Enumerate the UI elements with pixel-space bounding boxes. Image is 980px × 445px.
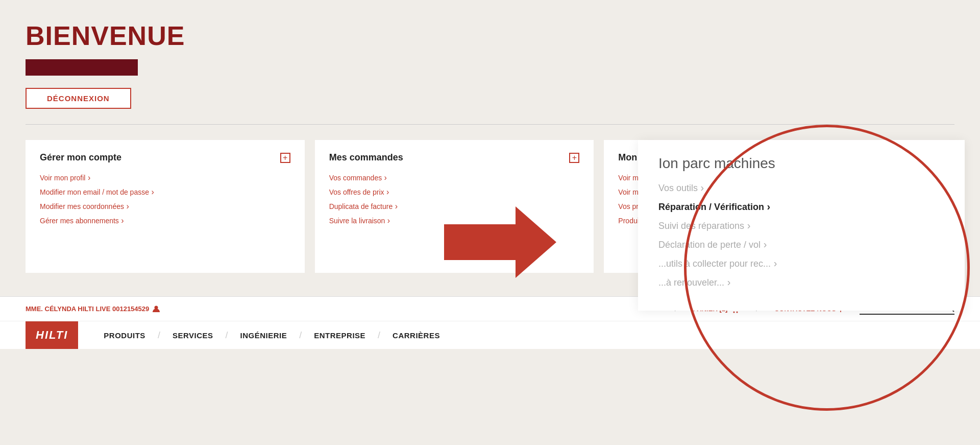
nav-carrieres[interactable]: CARRIÈRES	[382, 322, 450, 349]
list-item: Vos commandes	[329, 173, 580, 182]
right-panel-parc-machines: Ion parc machines Vos outils Réparation …	[638, 140, 965, 311]
link-declaration-perte-vol[interactable]: Déclaration de perte / vol	[658, 240, 767, 250]
nav-ingenierie[interactable]: INGÉNIERIE	[230, 322, 298, 349]
list-item: ...utils à collecter pour rec...	[658, 257, 944, 269]
card-commandes-expand-icon[interactable]	[569, 153, 579, 163]
card-commandes: Mes commandes Vos commandes Vos offres d…	[315, 140, 594, 273]
nav-divider-3: /	[297, 330, 304, 341]
list-item: Gérer mes abonnements	[40, 216, 290, 225]
user-info: MME. CÉLYNDA HILTI LIVE 0012154529	[26, 305, 160, 313]
card-commandes-links: Vos commandes Vos offres de prix Duplica…	[329, 173, 580, 225]
list-item: Modifier mes coordonnées	[40, 202, 290, 211]
right-panel-title: Ion parc machines	[658, 155, 944, 172]
nav-services[interactable]: SERVICES	[162, 322, 224, 349]
section-divider	[26, 124, 954, 125]
list-item: Suivre la livraison	[329, 216, 580, 225]
card-commandes-title: Mes commandes	[329, 152, 403, 163]
link-suivre-livraison[interactable]: Suivre la livraison	[329, 217, 390, 225]
link-vos-commandes[interactable]: Vos commandes	[329, 174, 387, 182]
user-label: MME. CÉLYNDA HILTI LIVE 0012154529	[26, 305, 149, 313]
main-content: BIENVENUE DÉCONNEXION Gérer mon compte V…	[0, 0, 980, 296]
svg-point-2	[733, 311, 735, 313]
list-item: ...à renouveler...	[658, 276, 944, 288]
user-icon	[152, 305, 160, 313]
nav-divider-2: /	[223, 330, 230, 341]
card-compte-expand-icon[interactable]	[280, 153, 290, 163]
list-item: Modifier mon email / mot de passe	[40, 188, 290, 197]
logout-button[interactable]: DÉCONNEXION	[26, 88, 131, 109]
list-item: Duplicata de facture	[329, 202, 580, 211]
link-modifier-coordonnees[interactable]: Modifier mes coordonnées	[40, 202, 129, 210]
list-item: Vos offres de prix	[329, 188, 580, 197]
link-gerer-abonnements[interactable]: Gérer mes abonnements	[40, 217, 124, 225]
link-outils-collecter[interactable]: ...utils à collecter pour rec...	[658, 259, 777, 269]
link-offres-prix[interactable]: Vos offres de prix	[329, 188, 389, 196]
link-reparation-verification[interactable]: Réparation / Vérification	[658, 202, 770, 212]
list-item: Vos outils	[658, 182, 944, 194]
card-commandes-header: Mes commandes	[329, 152, 580, 163]
main-navbar: HILTI PRODUITS / SERVICES / INGÉNIERIE /…	[0, 321, 980, 349]
cards-container: Gérer mon compte Voir mon profil Modifie…	[26, 140, 954, 273]
link-renouveler[interactable]: ...à renouveler...	[658, 277, 730, 288]
list-item: Suivi des réparations	[658, 220, 944, 231]
link-vos-outils[interactable]: Vos outils	[658, 183, 704, 193]
nav-divider-4: /	[376, 330, 382, 341]
list-item: Réparation / Vérification	[658, 201, 944, 213]
link-voir-profil[interactable]: Voir mon profil	[40, 174, 90, 182]
list-item: Voir mon profil	[40, 173, 290, 182]
list-item: Déclaration de perte / vol	[658, 239, 944, 250]
hilti-logo: HILTI	[26, 321, 78, 349]
nav-entreprise[interactable]: ENTREPRISE	[304, 322, 376, 349]
user-bar	[26, 59, 138, 76]
nav-produits[interactable]: PRODUITS	[93, 322, 156, 349]
card-compte-title: Gérer mon compte	[40, 152, 121, 163]
card-compte-header: Gérer mon compte	[40, 152, 290, 163]
card-compte-links: Voir mon profil Modifier mon email / mot…	[40, 173, 290, 225]
link-duplicata-facture[interactable]: Duplicata de facture	[329, 202, 398, 210]
nav-divider-1: /	[156, 330, 162, 341]
svg-point-3	[737, 311, 738, 313]
link-modifier-email[interactable]: Modifier mon email / mot de passe	[40, 188, 154, 196]
card-compte: Gérer mon compte Voir mon profil Modifie…	[26, 140, 305, 273]
right-panel-links: Vos outils Réparation / Vérification Sui…	[658, 182, 944, 288]
welcome-title: BIENVENUE	[26, 20, 954, 51]
link-suivi-reparations[interactable]: Suivi des réparations	[658, 221, 750, 231]
